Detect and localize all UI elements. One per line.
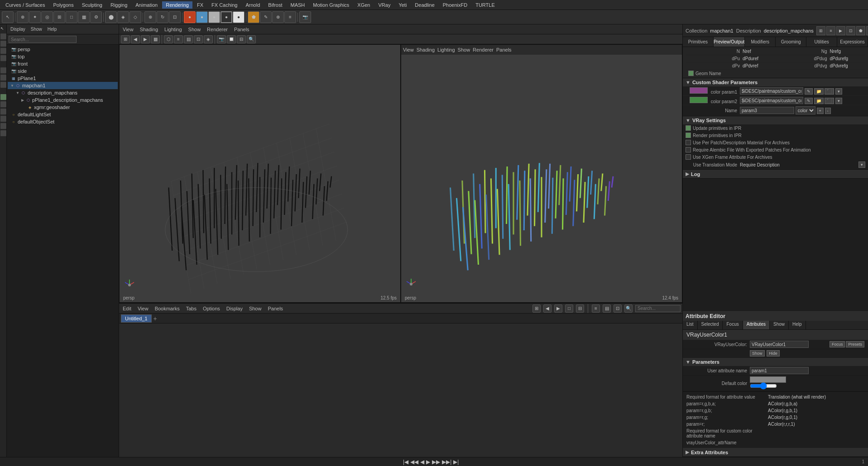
tool-light-1[interactable]: ●	[233, 11, 245, 23]
vp-menu-shading[interactable]: Shading	[138, 26, 160, 33]
sidebar-select-icon[interactable]: ↖	[0, 26, 6, 32]
param1-more-btn[interactable]: ▾	[835, 88, 842, 95]
ae-params-header[interactable]: ▼ Parameters	[683, 358, 868, 366]
rp-icon-6[interactable]: ↻	[866, 26, 868, 35]
tool-scale[interactable]: ⊡	[169, 11, 181, 23]
vp-tool-4[interactable]: ▦	[151, 35, 160, 43]
pb-prev-key-btn[interactable]: ◀◀	[410, 459, 418, 465]
param2-input[interactable]	[740, 97, 803, 104]
vp-menu-lighting[interactable]: Lighting	[163, 26, 184, 33]
ne-tool-7[interactable]: ▤	[603, 304, 611, 313]
menu-yeti[interactable]: Yeti	[395, 1, 410, 9]
viewport-right[interactable]: persp 12.4 fps View Shading Lighting	[401, 44, 682, 303]
node-menu-options[interactable]: Options	[201, 305, 222, 312]
node-menu-view[interactable]: View	[136, 305, 150, 312]
node-menu-tabs[interactable]: Tabs	[184, 305, 198, 312]
custom-shader-header[interactable]: ▼ Custom Shader Parameters	[683, 78, 868, 86]
ae-tab-focus[interactable]: Focus	[723, 321, 743, 329]
ne-tool-2[interactable]: ◀	[543, 304, 551, 313]
outliner-display-btn[interactable]: Display	[9, 26, 27, 33]
xgen-tab-grooming[interactable]: Grooming	[776, 37, 806, 47]
node-tab-add-button[interactable]: +	[153, 315, 157, 322]
ne-tool-8[interactable]: ⊡	[614, 304, 622, 313]
ne-tool-4[interactable]: □	[565, 304, 573, 313]
tool-13[interactable]: ≡	[284, 11, 296, 23]
menu-arnold[interactable]: Arnold	[242, 1, 264, 9]
rp-icon-2[interactable]: ≡	[826, 26, 835, 35]
tree-item-pplane1[interactable]: ▦ pPlane1	[8, 75, 118, 82]
tool-8[interactable]: ⚙	[90, 11, 102, 23]
ne-tool-3[interactable]: ▶	[554, 304, 562, 313]
sidebar-graph3[interactable]	[0, 109, 6, 114]
sidebar-graph4[interactable]	[0, 116, 6, 122]
tool-2[interactable]: ⊕	[17, 11, 29, 23]
outliner-help-btn[interactable]: Help	[46, 26, 59, 33]
tree-item-defaultlightset[interactable]: ○ defaultLightSet	[8, 111, 118, 118]
outliner-search-input[interactable]	[9, 36, 77, 43]
tool-snap[interactable]: ⬤	[105, 11, 117, 23]
menu-rendering[interactable]: Rendering	[162, 1, 192, 9]
ae-color-swatch[interactable]	[750, 376, 786, 383]
tool-dark-1[interactable]: ●	[221, 11, 232, 23]
tool-move[interactable]: ⊕	[144, 11, 156, 23]
name-add-btn[interactable]: +	[817, 108, 824, 114]
ae-hide-btn[interactable]: Hide	[767, 350, 780, 357]
sidebar-sculpt[interactable]	[0, 75, 6, 81]
vp-cam-2[interactable]: 🔲	[227, 35, 236, 43]
tool-gray-1[interactable]: ●	[208, 11, 220, 23]
tool-6[interactable]: □	[66, 11, 77, 23]
ae-show-btn[interactable]: Show	[750, 350, 765, 357]
sidebar-paint[interactable]	[0, 82, 6, 88]
vray-settings-header[interactable]: ▼ VRay Settings	[683, 116, 868, 124]
vp-r-show[interactable]: Show	[458, 47, 470, 52]
sidebar-rotate-icon[interactable]	[0, 41, 6, 47]
menu-bifrost[interactable]: Bifrost	[264, 1, 286, 9]
ae-extra-header[interactable]: ▶ Extra Attributes	[683, 448, 868, 456]
node-menu-display[interactable]: Display	[225, 305, 245, 312]
cb-geomname[interactable]	[688, 71, 694, 76]
tree-item-mapchan1[interactable]: ▼ ⬡ mapchan1	[8, 82, 118, 89]
node-menu-bookmarks[interactable]: Bookmarks	[153, 305, 182, 312]
trans-mode-more[interactable]: ▾	[858, 162, 865, 168]
vp-r-shading[interactable]: Shading	[417, 47, 435, 52]
ae-tab-show[interactable]: Show	[770, 321, 789, 329]
menu-mash[interactable]: MASH	[287, 1, 308, 9]
node-menu-show[interactable]: Show	[247, 305, 264, 312]
pb-next-frame-btn[interactable]: ▶▶	[432, 459, 440, 465]
param2-edit-btn[interactable]: ✎	[805, 98, 813, 104]
vp-tool-8[interactable]: ⊡	[194, 35, 203, 43]
menu-sculpting[interactable]: Sculpting	[78, 1, 106, 9]
param1-folder-btn[interactable]: 📁	[814, 88, 824, 95]
name-remove-btn[interactable]: -	[825, 108, 831, 114]
tool-12[interactable]: ⊕	[272, 11, 284, 23]
ae-presets-btn[interactable]: Presets	[846, 341, 864, 347]
tool-camera[interactable]: 📷	[299, 11, 311, 23]
vp-menu-view[interactable]: View	[121, 26, 135, 33]
cb-xgen-frame-box[interactable]	[686, 154, 691, 160]
name-type-select[interactable]: color	[796, 106, 815, 114]
tool-blue-1[interactable]: ●	[196, 11, 208, 23]
rp-icon-1[interactable]: ⊞	[816, 26, 825, 35]
log-header[interactable]: ▶ Log	[683, 170, 868, 178]
vp-cam-4[interactable]: 🔍	[247, 35, 256, 43]
tree-item-persp[interactable]: 📷 persp	[8, 46, 118, 53]
ae-node-input[interactable]	[750, 341, 809, 348]
pb-prev-frame-btn[interactable]: ◀	[420, 459, 424, 465]
tree-item-defaultobjectset[interactable]: ○ defaultObjectSet	[8, 118, 118, 125]
param1-edit-btn[interactable]: ✎	[805, 88, 813, 95]
sidebar-graph6[interactable]	[0, 130, 6, 136]
ne-tool-1[interactable]: ⊞	[532, 304, 541, 313]
menu-motion-graphics[interactable]: Motion Graphics	[309, 1, 353, 9]
pb-start-btn[interactable]: |◀	[403, 459, 408, 465]
menu-polygons[interactable]: Polygons	[49, 1, 77, 9]
ne-search-input[interactable]	[635, 305, 681, 312]
vp-r-panels[interactable]: Panels	[496, 47, 512, 52]
cb-render-ipr-box[interactable]	[686, 133, 691, 138]
menu-deadline[interactable]: Deadline	[411, 1, 438, 9]
menu-vray[interactable]: VRay	[375, 1, 394, 9]
param2-more-btn[interactable]: ▾	[835, 98, 842, 104]
outliner-show-btn[interactable]: Show	[29, 26, 44, 33]
param1-key-btn[interactable]: ⬛	[825, 88, 834, 95]
ne-tool-search[interactable]: 🔍	[624, 304, 633, 313]
xgen-tab-preview[interactable]: Preview/Output	[714, 37, 745, 47]
